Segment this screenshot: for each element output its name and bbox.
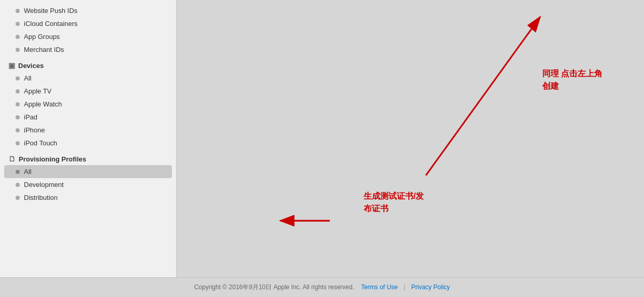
bullet-icon — [16, 22, 20, 26]
identifiers-section: Website Push IDs iCloud Containers App G… — [0, 4, 176, 56]
sidebar-item-website-push-ids[interactable]: Website Push IDs — [0, 4, 176, 17]
sidebar-item-all-devices[interactable]: All — [0, 72, 176, 85]
sidebar-item-all-profiles[interactable]: All — [4, 165, 172, 178]
sidebar: Website Push IDs iCloud Containers App G… — [0, 0, 177, 277]
sidebar-item-ipad[interactable]: iPad — [0, 111, 176, 124]
privacy-policy-link[interactable]: Privacy Policy — [411, 284, 450, 291]
bullet-icon — [16, 115, 20, 119]
main-content: 生成测试证书/发 布证书 同理 点击左上角 创建 — [177, 0, 644, 277]
bullet-icon — [16, 196, 20, 200]
annotation-text-top-right: 同理 点击左上角 创建 — [542, 68, 602, 92]
annotation-arrows-svg — [177, 0, 644, 277]
footer-separator: | — [404, 284, 405, 291]
bullet-icon — [16, 141, 20, 145]
sidebar-item-icloud-containers[interactable]: iCloud Containers — [0, 17, 176, 30]
svg-line-1 — [426, 17, 540, 176]
sidebar-item-app-groups[interactable]: App Groups — [0, 30, 176, 43]
footer-copyright: Copyright © 2016年9月10日 Apple Inc. All ri… — [194, 284, 354, 291]
sidebar-item-distribution[interactable]: Distribution — [0, 191, 176, 204]
sidebar-item-apple-tv[interactable]: Apple TV — [0, 85, 176, 98]
bullet-icon — [16, 9, 20, 13]
sidebar-item-apple-watch[interactable]: Apple Watch — [0, 98, 176, 111]
sidebar-item-iphone[interactable]: iPhone — [0, 124, 176, 137]
device-icon: ▣ — [8, 61, 15, 70]
bullet-icon — [16, 170, 20, 174]
sidebar-item-merchant-ids[interactable]: Merchant IDs — [0, 43, 176, 56]
bullet-icon — [16, 48, 20, 52]
bullet-icon — [16, 35, 20, 39]
provisioning-section-header: 🗋 Provisioning Profiles — [0, 152, 176, 165]
bullet-icon — [16, 89, 20, 93]
bullet-icon — [16, 128, 20, 132]
profile-icon: 🗋 — [8, 155, 16, 163]
terms-of-use-link[interactable]: Terms of Use — [361, 284, 398, 291]
bullet-icon — [16, 102, 20, 106]
provisioning-section: 🗋 Provisioning Profiles All Development … — [0, 152, 176, 204]
sidebar-item-ipod-touch[interactable]: iPod Touch — [0, 137, 176, 150]
devices-section: ▣ Devices All Apple TV Apple Watch iPad — [0, 58, 176, 150]
main-container: Website Push IDs iCloud Containers App G… — [0, 0, 644, 277]
annotation-text-bottom-left: 生成测试证书/发 布证书 — [364, 190, 424, 215]
footer: Copyright © 2016年9月10日 Apple Inc. All ri… — [0, 277, 644, 297]
devices-section-header: ▣ Devices — [0, 58, 176, 72]
bullet-icon — [16, 183, 20, 187]
bullet-icon — [16, 76, 20, 80]
sidebar-item-development[interactable]: Development — [0, 178, 176, 191]
